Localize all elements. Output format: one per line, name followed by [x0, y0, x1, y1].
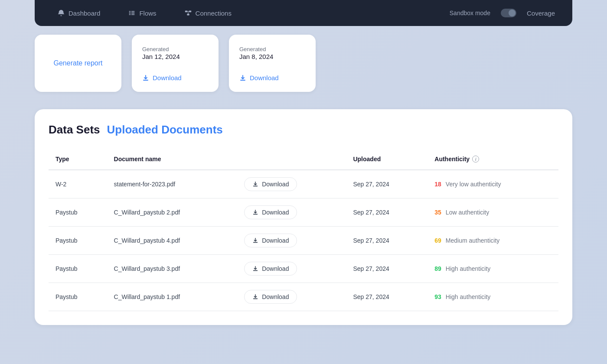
cell-download-3: Download	[237, 255, 346, 283]
svg-rect-2	[187, 14, 189, 16]
download-btn-1[interactable]: Download	[244, 205, 297, 219]
main-content: Generate report Generated Jan 12, 2024 D…	[0, 26, 607, 325]
cell-type-2: Paystub	[49, 227, 107, 255]
col-uploaded: Uploaded	[346, 150, 428, 170]
download-icon-table-4	[252, 294, 258, 300]
documents-table: Type Document name Uploaded Authenticity…	[49, 150, 558, 311]
table-row: Paystub C_Willard_paystub 1.pdf Download…	[49, 283, 558, 311]
cell-auth-2: 69 Medium authenticity	[428, 227, 558, 255]
auth-score-3: 89	[434, 265, 441, 272]
cell-docname-0: statement-for-2023.pdf	[107, 170, 238, 198]
auth-label-2: Medium authenticity	[446, 237, 500, 244]
nav-flows[interactable]: Flows	[123, 6, 161, 20]
data-sets-section: Data Sets Uploaded Documents Type Docume…	[35, 109, 572, 325]
cell-download-4: Download	[237, 283, 346, 311]
col-document-name: Document name	[107, 150, 238, 170]
report-card-1-generated-label: Generated Jan 12, 2024	[142, 45, 208, 60]
report-date-1: Jan 12, 2024	[142, 53, 208, 60]
col-download	[237, 150, 346, 170]
download-icon-table-0	[252, 181, 258, 187]
col-authenticity: Authenticity i	[428, 150, 558, 170]
sandbox-toggle[interactable]	[501, 9, 516, 17]
download-icon-1	[142, 75, 149, 81]
cell-type-3: Paystub	[49, 255, 107, 283]
report-card-2: Generated Jan 8, 2024 Download	[229, 35, 316, 92]
section-title-row: Data Sets Uploaded Documents	[49, 123, 558, 136]
cell-type-0: W-2	[49, 170, 107, 198]
cell-auth-0: 18 Very low authenticity	[428, 170, 558, 198]
generate-report-card: Generate report	[35, 35, 121, 92]
download-btn-0[interactable]: Download	[244, 177, 297, 191]
cell-download-0: Download	[237, 170, 346, 198]
nav-dashboard-label: Dashboard	[69, 10, 100, 17]
download-btn-3[interactable]: Download	[244, 262, 297, 276]
table-row: Paystub C_Willard_paystub 4.pdf Download…	[49, 227, 558, 255]
cell-docname-2: C_Willard_paystub 4.pdf	[107, 227, 238, 255]
generated-label-2: Generated	[239, 46, 266, 52]
cell-download-2: Download	[237, 227, 346, 255]
flows-icon	[128, 9, 136, 17]
connections-icon	[184, 9, 192, 17]
table-row: W-2 statement-for-2023.pdf Download Sep …	[49, 170, 558, 198]
cell-docname-4: C_Willard_paystub 1.pdf	[107, 283, 238, 311]
report-download-btn-1[interactable]: Download	[142, 74, 208, 81]
svg-rect-1	[189, 11, 191, 13]
auth-label-4: High authenticity	[446, 293, 491, 300]
nav-right-section: Sandbox mode Coverage	[450, 9, 555, 17]
download-icon-table-3	[252, 266, 258, 272]
auth-label-0: Very low authenticity	[446, 181, 501, 188]
coverage-link[interactable]: Coverage	[527, 10, 555, 17]
report-card-2-generated-label: Generated Jan 8, 2024	[239, 45, 305, 60]
report-download-btn-2[interactable]: Download	[239, 74, 305, 81]
cell-uploaded-0: Sep 27, 2024	[346, 170, 428, 198]
cell-type-4: Paystub	[49, 283, 107, 311]
download-btn-4[interactable]: Download	[244, 290, 297, 304]
col-type: Type	[49, 150, 107, 170]
cell-docname-1: C_Willard_paystub 2.pdf	[107, 198, 238, 227]
cell-uploaded-1: Sep 27, 2024	[346, 198, 428, 227]
cell-download-1: Download	[237, 198, 346, 227]
download-icon-2	[239, 75, 246, 81]
cell-uploaded-3: Sep 27, 2024	[346, 255, 428, 283]
cell-docname-3: C_Willard_paystub 3.pdf	[107, 255, 238, 283]
nav-dashboard[interactable]: Dashboard	[52, 6, 105, 20]
section-title-main: Data Sets	[49, 123, 100, 136]
auth-label-3: High authenticity	[446, 265, 491, 272]
nav-connections[interactable]: Connections	[179, 6, 237, 20]
cell-uploaded-2: Sep 27, 2024	[346, 227, 428, 255]
auth-label-1: Low authenticity	[446, 209, 489, 216]
section-title-sub: Uploaded Documents	[107, 123, 223, 136]
auth-score-4: 93	[434, 293, 441, 300]
cell-type-1: Paystub	[49, 198, 107, 227]
download-icon-table-1	[252, 209, 258, 215]
auth-score-0: 18	[434, 181, 441, 188]
table-row: Paystub C_Willard_paystub 3.pdf Download…	[49, 255, 558, 283]
download-btn-2[interactable]: Download	[244, 234, 297, 247]
top-navigation: Dashboard Flows Connections Sandbox mode…	[35, 0, 572, 26]
authenticity-info-icon[interactable]: i	[472, 156, 479, 162]
svg-rect-0	[185, 11, 187, 13]
generated-label-1: Generated	[142, 46, 169, 52]
bell-icon	[57, 9, 65, 17]
cell-auth-4: 93 High authenticity	[428, 283, 558, 311]
report-card-1: Generated Jan 12, 2024 Download	[132, 35, 219, 92]
auth-score-2: 69	[434, 237, 441, 244]
report-date-2: Jan 8, 2024	[239, 53, 305, 60]
toggle-knob	[509, 10, 516, 16]
cell-auth-1: 35 Low authenticity	[428, 198, 558, 227]
nav-flows-label: Flows	[139, 10, 156, 17]
nav-connections-label: Connections	[196, 10, 232, 17]
download-icon-table-2	[252, 237, 258, 244]
auth-score-1: 35	[434, 209, 441, 216]
cell-auth-3: 89 High authenticity	[428, 255, 558, 283]
sandbox-label: Sandbox mode	[450, 10, 490, 16]
generate-report-link[interactable]: Generate report	[54, 59, 103, 67]
report-cards-section: Generate report Generated Jan 12, 2024 D…	[35, 26, 572, 109]
table-row: Paystub C_Willard_paystub 2.pdf Download…	[49, 198, 558, 227]
cell-uploaded-4: Sep 27, 2024	[346, 283, 428, 311]
